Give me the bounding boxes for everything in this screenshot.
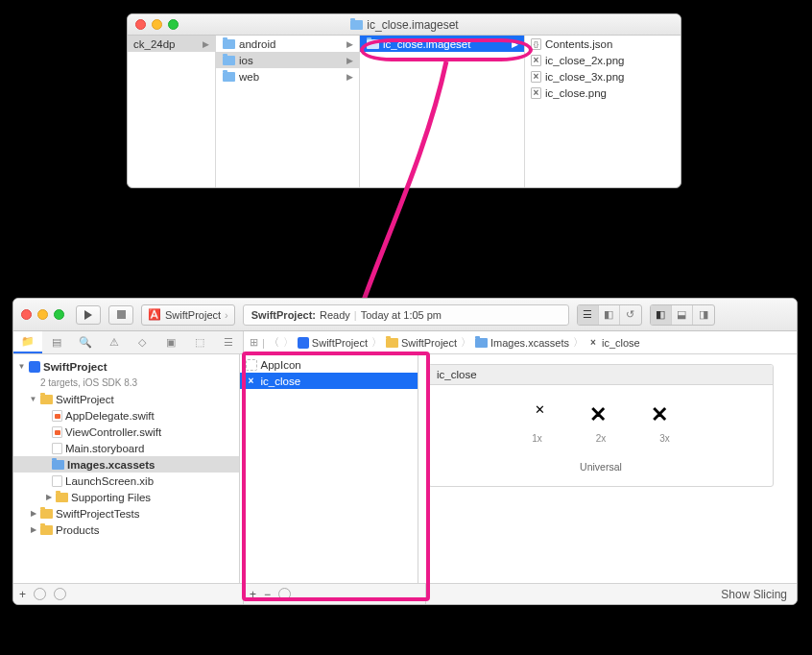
scheme-selector[interactable]: 🅰️ SwiftProject › — [141, 304, 235, 326]
test-navigator-icon[interactable]: ◇ — [129, 331, 157, 353]
swift-file-icon — [52, 410, 62, 422]
nav-row-file[interactable]: LaunchScreen.xib — [13, 473, 239, 489]
stop-button[interactable] — [108, 305, 133, 325]
jumpbar-segment[interactable]: Images.xcassets — [475, 337, 569, 349]
slot-3x[interactable]: ✕ — [651, 402, 668, 427]
imageset-title: ic_close — [429, 365, 773, 385]
related-items-icon[interactable]: ⊞ — [250, 336, 258, 349]
nav-row-file[interactable]: ViewController.swift — [13, 424, 239, 440]
assetlist-footer[interactable]: + − — [244, 584, 426, 604]
close-icon[interactable] — [135, 19, 146, 30]
folder-icon — [40, 509, 53, 519]
breakpoint-navigator-icon[interactable]: ⬚ — [185, 331, 214, 353]
add-button[interactable]: + — [19, 588, 26, 601]
imageset-canvas[interactable]: ic_close ✕ ✕ ✕ 1x 2x 3x Universal — [428, 364, 774, 487]
remove-asset-button[interactable]: − — [264, 588, 271, 601]
finder-columns: ck_24dp▶ android▶ ios▶ web▶ ic_close.ima… — [128, 36, 681, 187]
right-panel-icon[interactable]: ◨ — [693, 305, 714, 325]
filter-icon[interactable] — [34, 588, 46, 600]
nav-row-project[interactable]: SwiftProject — [13, 358, 239, 375]
xib-file-icon — [52, 475, 62, 487]
editor-mode-segment[interactable]: ☰ ◧ ↺ — [577, 304, 642, 326]
version-editor-icon[interactable]: ↺ — [620, 305, 641, 325]
column-item[interactable]: android▶ — [216, 36, 359, 52]
nav-row-group[interactable]: Supporting Files — [13, 489, 239, 505]
nav-row-group[interactable]: SwiftProjectTests — [13, 505, 239, 522]
asset-catalog-list[interactable]: AppIcon ×ic_close — [240, 354, 418, 583]
asset-item-selected[interactable]: ×ic_close — [240, 373, 418, 389]
add-asset-button[interactable]: + — [250, 588, 256, 601]
minimize-icon[interactable] — [37, 309, 48, 320]
close-icon[interactable] — [21, 309, 32, 320]
disclosure-triangle-icon[interactable] — [29, 525, 37, 534]
nav-row-group[interactable]: SwiftProject — [13, 391, 239, 407]
chevron-right-icon: ▶ — [512, 39, 518, 49]
nav-row-group[interactable]: Products — [13, 522, 239, 538]
finder-column-0[interactable]: ck_24dp▶ — [128, 36, 216, 187]
disclosure-triangle-icon[interactable] — [29, 509, 37, 518]
folder-icon — [223, 72, 235, 82]
debug-navigator-icon[interactable]: ▣ — [156, 331, 185, 353]
navigator-footer[interactable]: + — [13, 584, 244, 604]
filter-icon[interactable] — [278, 588, 291, 600]
jump-bar[interactable]: ⊞ | 〈 〉 SwiftProject〉 SwiftProject〉 Imag… — [244, 331, 797, 353]
project-navigator-icon[interactable]: 📁 — [13, 331, 42, 353]
folder-icon — [40, 395, 53, 404]
asset-item[interactable]: AppIcon — [240, 356, 418, 373]
finder-column-3[interactable]: {}Contents.json ×ic_close_2x.png ×ic_clo… — [525, 36, 681, 187]
jumpbar-segment[interactable]: SwiftProject — [298, 337, 368, 349]
disclosure-triangle-icon[interactable] — [17, 362, 26, 371]
column-item[interactable]: ck_24dp▶ — [128, 36, 215, 52]
slot-2x[interactable]: ✕ — [589, 402, 607, 427]
column-item[interactable]: web▶ — [216, 68, 359, 85]
folder-icon — [223, 39, 235, 49]
bottom-panel-icon[interactable]: ⬓ — [672, 305, 693, 325]
back-button[interactable]: 〈 — [269, 335, 279, 350]
assistant-editor-icon[interactable]: ◧ — [599, 305, 620, 325]
column-item[interactable]: {}Contents.json — [525, 36, 681, 52]
panel-toggles[interactable]: ◧ ⬓ ◨ — [650, 304, 715, 326]
jumpbar-segment[interactable]: SwiftProject — [386, 337, 457, 349]
nav-row-subtitle: 2 targets, iOS SDK 8.3 — [13, 375, 239, 391]
asset-editor: ic_close ✕ ✕ ✕ 1x 2x 3x Universal — [418, 354, 797, 583]
column-item[interactable]: ×ic_close_3x.png — [525, 68, 681, 85]
folder-icon — [40, 525, 53, 535]
column-item[interactable]: ×ic_close_2x.png — [525, 52, 681, 68]
search-navigator-icon[interactable]: 🔍 — [71, 331, 100, 353]
nav-row-file[interactable]: Main.storyboard — [13, 440, 239, 456]
nav-row-file-selected[interactable]: Images.xcassets — [13, 456, 239, 473]
slot-1x[interactable]: ✕ — [535, 402, 545, 427]
zoom-icon[interactable] — [168, 19, 179, 30]
chevron-right-icon: ▶ — [346, 56, 353, 65]
jumpbar-segment[interactable]: ×ic_close — [587, 337, 640, 349]
show-slicing-button[interactable]: Show Slicing — [721, 588, 787, 601]
finder-column-1[interactable]: android▶ ios▶ web▶ — [216, 36, 360, 187]
column-item[interactable]: ios▶ — [216, 52, 359, 68]
project-navigator[interactable]: SwiftProject 2 targets, iOS SDK 8.3 Swif… — [13, 354, 240, 583]
left-panel-icon[interactable]: ◧ — [651, 305, 672, 325]
zoom-icon[interactable] — [54, 309, 64, 320]
folder-icon — [367, 39, 379, 49]
disclosure-triangle-icon[interactable] — [29, 395, 37, 403]
finder-titlebar[interactable]: ic_close.imageset — [128, 14, 681, 36]
folder-icon — [350, 20, 363, 30]
xcode-body: SwiftProject 2 targets, iOS SDK 8.3 Swif… — [13, 354, 797, 583]
appicon-icon — [246, 359, 257, 371]
report-navigator-icon[interactable]: ☰ — [214, 331, 243, 353]
symbol-navigator-icon[interactable]: ▤ — [42, 331, 71, 353]
minimize-icon[interactable] — [152, 19, 162, 30]
navigator-tabs[interactable]: 📁 ▤ 🔍 ⚠ ◇ ▣ ⬚ ☰ — [13, 331, 244, 353]
disclosure-triangle-icon[interactable] — [44, 493, 53, 501]
nav-row-file[interactable]: AppDelegate.swift — [13, 407, 239, 424]
imageset-slots[interactable]: ✕ ✕ ✕ — [429, 385, 773, 433]
run-button[interactable] — [76, 305, 101, 325]
recent-filter-icon[interactable] — [54, 588, 66, 600]
xcode-toolbar: 🅰️ SwiftProject › SwiftProject: Ready | … — [13, 299, 797, 331]
column-item-selected[interactable]: ic_close.imageset▶ — [360, 36, 524, 52]
finder-column-2[interactable]: ic_close.imageset▶ — [360, 36, 525, 187]
forward-button[interactable]: 〉 — [283, 335, 294, 350]
standard-editor-icon[interactable]: ☰ — [578, 305, 599, 325]
column-item[interactable]: ×ic_close.png — [525, 85, 681, 101]
issue-navigator-icon[interactable]: ⚠ — [100, 331, 129, 353]
json-file-icon: {} — [531, 38, 541, 50]
